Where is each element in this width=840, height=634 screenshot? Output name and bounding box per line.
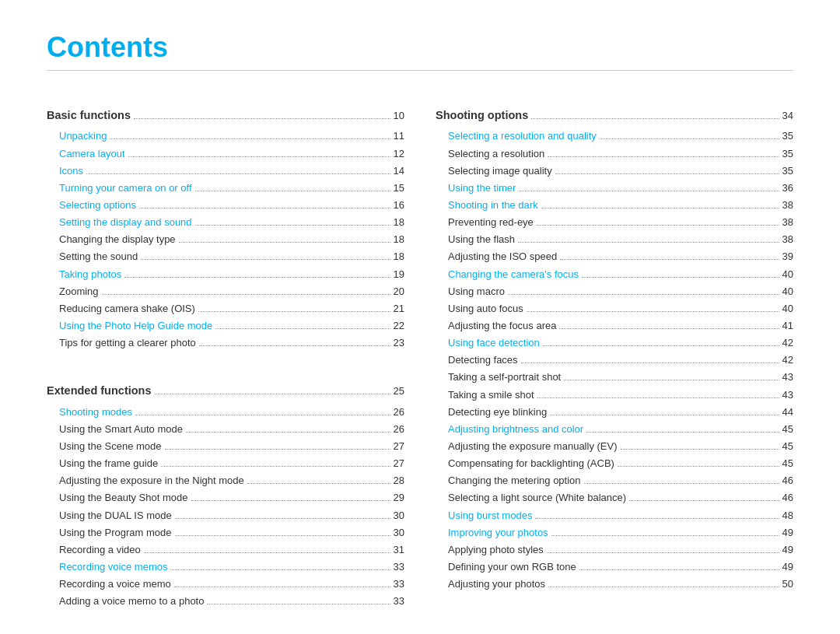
toc-entry[interactable]: Adjusting the focus area41 [436, 318, 793, 334]
entry-page-num: 45 [782, 439, 793, 454]
toc-entry[interactable]: Using macro40 [436, 284, 793, 299]
toc-entry[interactable]: Adjusting your photos50 [436, 576, 793, 592]
entry-link[interactable]: Shooting modes [59, 406, 132, 418]
toc-entry[interactable]: Applying photo styles49 [436, 542, 793, 558]
toc-entry[interactable]: Using the Photo Help Guide mode22 [47, 318, 404, 334]
toc-entry[interactable]: Changing the camera's focus40 [436, 267, 793, 282]
entry-text: Using the Program mode [47, 525, 172, 541]
toc-entry[interactable]: Defining your own RGB tone49 [436, 559, 793, 575]
toc-entry[interactable]: Adjusting the ISO speed39 [436, 249, 793, 264]
toc-entry[interactable]: Reducing camera shake (OIS)21 [47, 301, 404, 317]
entry-page-num: 30 [394, 525, 404, 541]
toc-entry[interactable]: Adjusting brightness and color45 [436, 422, 793, 437]
toc-entry[interactable]: Selecting a resolution and quality35 [436, 128, 793, 144]
dots [535, 518, 779, 519]
entry-link[interactable]: Using burst modes [448, 510, 532, 521]
toc-entry[interactable]: Adjusting the exposure in the Night mode… [47, 473, 404, 489]
entry-text: Applying photo styles [436, 542, 544, 558]
entry-link[interactable]: Setting the display and sound [59, 216, 192, 228]
toc-entry[interactable]: Turning your camera on or off15 [47, 180, 404, 196]
toc-entry[interactable]: Preventing red-eye38 [436, 215, 793, 230]
entry-page-num: 35 [782, 163, 793, 179]
toc-entry[interactable]: Recording voice memos33 [47, 559, 404, 575]
dots [548, 587, 779, 587]
entry-link[interactable]: Icons [59, 165, 83, 177]
entry-page-num: 45 [782, 422, 793, 437]
toc-entry[interactable]: Selecting image quality35 [436, 163, 793, 179]
toc-entry[interactable]: Recording a voice memo33 [47, 576, 404, 592]
toc-entry[interactable]: Improving your photos49 [436, 525, 793, 541]
dots [550, 415, 779, 415]
entry-link[interactable]: Improving your photos [448, 527, 548, 538]
dots [170, 569, 390, 570]
toc-entry[interactable]: Zooming20 [47, 284, 404, 299]
toc-entry[interactable]: Using the Scene mode27 [47, 439, 404, 454]
toc-entry[interactable]: Using burst modes48 [436, 508, 793, 524]
entry-text: Using the Smart Auto mode [47, 422, 183, 437]
toc-entry[interactable]: Shooting in the dark38 [436, 198, 793, 213]
toc-entry[interactable]: Setting the sound18 [47, 249, 404, 264]
entry-link[interactable]: Camera layout [59, 148, 125, 159]
dots [165, 449, 390, 450]
dots [521, 363, 779, 363]
toc-entry[interactable]: Unpacking11 [47, 128, 404, 144]
entry-link[interactable]: Changing the camera's focus [448, 268, 579, 280]
toc-entry[interactable]: Icons14 [47, 163, 404, 179]
toc-entry[interactable]: Tips for getting a clearer photo23 [47, 335, 404, 351]
toc-entry[interactable]: Using the Program mode30 [47, 525, 404, 541]
toc-entry[interactable]: Adding a voice memo to a photo33 [47, 594, 404, 609]
entry-text: Adjusting the ISO speed [436, 249, 557, 264]
toc-entry[interactable]: Using auto focus40 [436, 301, 793, 317]
dots [543, 345, 779, 346]
dots [618, 466, 779, 467]
entry-page-num: 15 [394, 180, 404, 196]
entry-link[interactable]: Selecting options [59, 199, 136, 211]
toc-entry[interactable]: Using the DUAL IS mode30 [47, 508, 404, 524]
entry-link[interactable]: Taking photos [59, 268, 121, 280]
toc-entry[interactable]: Detecting faces42 [436, 352, 793, 368]
entry-link[interactable]: Unpacking [59, 130, 107, 142]
toc-entry[interactable]: Using face detection42 [436, 335, 793, 351]
entry-link[interactable]: Adjusting brightness and color [448, 423, 583, 435]
toc-entry[interactable]: Using the Smart Auto mode26 [47, 422, 404, 437]
entry-text: Setting the sound [47, 249, 138, 264]
entry-link[interactable]: Selecting a resolution and quality [448, 130, 597, 142]
entry-link[interactable]: Recording voice memos [59, 561, 167, 573]
entry-page-num: 38 [782, 198, 793, 213]
toc-entry[interactable]: Using the flash38 [436, 232, 793, 247]
entry-page-num: 33 [394, 576, 404, 592]
entry-page-num: 30 [394, 508, 404, 524]
toc-entry[interactable]: Adjusting the exposure manually (EV)45 [436, 439, 793, 454]
toc-entry[interactable]: Using the timer36 [436, 180, 793, 196]
dots [207, 604, 390, 604]
entry-link[interactable]: Shooting in the dark [448, 199, 538, 211]
toc-entry[interactable]: Changing the metering option46 [436, 473, 793, 489]
toc-entry[interactable]: Recording a video31 [47, 542, 404, 558]
toc-entry[interactable]: Shooting modes26 [47, 405, 404, 420]
toc-entry[interactable]: Selecting options16 [47, 198, 404, 213]
toc-entry[interactable]: Changing the display type18 [47, 232, 404, 247]
entry-page-num: 35 [782, 128, 793, 144]
entry-text: Detecting faces [436, 352, 518, 368]
toc-entry[interactable]: Taking photos19 [47, 267, 404, 282]
entry-text: Detecting eye blinking [436, 405, 547, 420]
entry-link[interactable]: Using face detection [448, 337, 540, 349]
toc-entry[interactable]: Selecting a light source (White balance)… [436, 490, 793, 506]
toc-entry[interactable]: Taking a self-portrait shot43 [436, 370, 793, 385]
dots [548, 156, 779, 157]
toc-entry[interactable]: Setting the display and sound18 [47, 215, 404, 230]
entry-page-num: 29 [394, 490, 404, 506]
entry-text: Adjusting the focus area [436, 318, 556, 334]
entry-link[interactable]: Turning your camera on or off [59, 182, 192, 194]
entry-link[interactable]: Using the timer [448, 182, 516, 194]
entry-link[interactable]: Using the Photo Help Guide mode [59, 320, 212, 331]
toc-entry[interactable]: Taking a smile shot43 [436, 387, 793, 403]
dots [547, 552, 779, 553]
toc-entry[interactable]: Using the frame guide27 [47, 456, 404, 471]
toc-entry[interactable]: Compensating for backlighting (ACB)45 [436, 456, 793, 471]
toc-entry[interactable]: Detecting eye blinking44 [436, 405, 793, 420]
toc-entry[interactable]: Selecting a resolution35 [436, 146, 793, 162]
toc-entry[interactable]: Camera layout12 [47, 146, 404, 162]
toc-entry[interactable]: Using the Beauty Shot mode29 [47, 490, 404, 506]
entry-text: Adjusting brightness and color [436, 422, 583, 437]
